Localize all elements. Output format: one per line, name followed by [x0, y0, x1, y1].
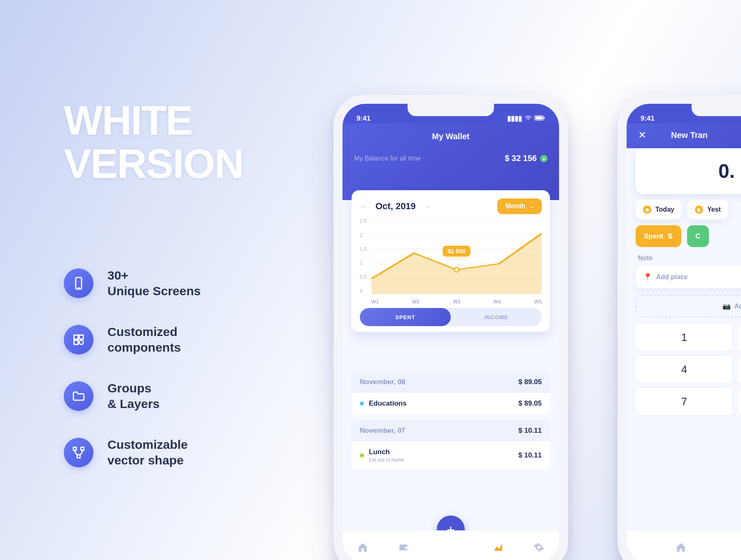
place-placeholder: Add place [656, 273, 687, 281]
key-1[interactable]: 1 [636, 323, 733, 351]
svg-rect-10 [536, 116, 543, 119]
phone-mockup-new-transaction: 9:41 ✕ New Tran 0. 0 ◉ Today ◐ Yest Spen… [618, 95, 741, 560]
screen-new-transaction: 9:41 ✕ New Tran 0. 0 ◉ Today ◐ Yest Spen… [627, 104, 741, 560]
chip-label: Yest [707, 206, 721, 213]
feature-layers: Groups & Layers [64, 380, 201, 411]
feature-line: components [107, 340, 181, 355]
amount-input-card[interactable]: 0. 0 [636, 148, 741, 194]
feature-line: Groups [107, 380, 160, 396]
feature-list: 30+ Unique Screens Customized components… [64, 268, 201, 468]
header: ✕ New Tran [627, 124, 741, 148]
spending-chart[interactable]: 2.5 2 1.5 1 0.5 0 $1 000 [360, 218, 542, 305]
camera-icon: 📷 [722, 302, 731, 310]
grid-icon [64, 325, 93, 355]
chip-yesterday[interactable]: ◐ Yest [687, 200, 728, 219]
svg-rect-3 [79, 335, 83, 339]
numeric-keypad: 1 2 4 5 7 8 [636, 323, 741, 415]
txn-name: Lunch [369, 448, 404, 456]
txn-amount: $ 10.11 [518, 451, 542, 460]
txn-day-total: $ 89.05 [518, 378, 542, 386]
chart-tooltip: $1 000 [443, 245, 471, 256]
svg-rect-7 [81, 447, 84, 450]
key-8[interactable]: 8 [737, 387, 741, 415]
balance-value: $ 32 156 ▲ [505, 154, 548, 163]
feature-text: 30+ Unique Screens [107, 268, 201, 299]
txn-group-header: November, 07 $ 10.11 [352, 420, 550, 441]
prev-month-button[interactable]: ← [360, 202, 368, 211]
category-dot-icon [360, 453, 364, 457]
key-4[interactable]: 4 [636, 355, 733, 383]
nav-wallet-icon[interactable] [396, 542, 411, 553]
spent-button[interactable]: Spent ⇅ [636, 225, 681, 247]
chip-today[interactable]: ◉ Today [636, 200, 682, 219]
trend-up-icon: ▲ [540, 155, 548, 162]
headline-line1: WHITE [64, 99, 243, 142]
svg-rect-6 [73, 447, 76, 450]
feature-screens: 30+ Unique Screens [64, 268, 201, 299]
category-dot-icon [360, 401, 364, 406]
note-label: Note [638, 254, 741, 262]
balance-row: My Balance for all time $ 32 156 ▲ [354, 154, 548, 163]
feature-components: Customized components [64, 324, 201, 355]
txn-group-header: November, 08 $ 89.05 [352, 371, 550, 393]
headline-line2: VERSION [64, 142, 243, 185]
nav-home-icon[interactable] [673, 542, 688, 553]
txn-row[interactable]: Lunch Eat out of home $ 10.11 [352, 441, 550, 469]
add-place-input[interactable]: 📍 Add place [636, 266, 741, 288]
chevron-down-icon: ⌄ [529, 203, 534, 209]
nav-stats-icon[interactable] [491, 542, 506, 553]
yesterday-icon: ◐ [695, 205, 703, 214]
svg-rect-4 [74, 340, 78, 344]
amount-value: 0. 0 [647, 160, 741, 182]
header: My Wallet My Balance for all time $ 32 1… [343, 124, 559, 200]
transactions-list: November, 08 $ 89.05 Educations $ 89.05 … [352, 371, 550, 475]
vector-icon [64, 438, 93, 467]
notch [692, 104, 741, 116]
tab-income[interactable]: INCOME [451, 308, 542, 326]
feature-text: Customized components [107, 324, 181, 355]
feature-line: vector shape [107, 453, 188, 468]
balance-label: My Balance for all time [354, 155, 421, 162]
period-row: ← Oct, 2019 → Month ⌄ [360, 198, 542, 214]
feature-text: Groups & Layers [107, 380, 160, 411]
svg-point-5 [79, 340, 83, 344]
key-2[interactable]: 2 [737, 323, 741, 351]
txn-day-total: $ 10.11 [518, 427, 542, 435]
next-month-button[interactable]: → [423, 202, 431, 211]
chip-label: Today [655, 206, 674, 213]
period-label: Oct, 2019 [375, 201, 416, 212]
location-pin-icon: 📍 [643, 273, 652, 282]
feature-text: Customizable vector shape [107, 437, 188, 468]
status-icons: ▮▮▮▮ [507, 114, 545, 123]
txn-amount: $ 89.05 [518, 399, 542, 408]
range-picker-button[interactable]: Month ⌄ [497, 198, 542, 214]
balance-amount: $ 32 156 [505, 154, 537, 163]
add-attachment-area[interactable]: 📷 Add [636, 295, 741, 317]
feature-line: & Layers [107, 396, 160, 412]
key-7[interactable]: 7 [636, 387, 733, 415]
feature-line: Customizable [107, 437, 188, 453]
txn-date: November, 07 [360, 427, 405, 435]
phone-mockup-wallet: 9:41 ▮▮▮▮ My Wallet My Balance for all t… [333, 95, 568, 560]
signal-icon: ▮▮▮▮ [507, 114, 522, 123]
nav-settings-icon[interactable] [531, 542, 546, 553]
chart-card: ← Oct, 2019 → Month ⌄ 2.5 2 1.5 1 0.5 0 [352, 190, 550, 332]
range-picker-label: Month [506, 203, 525, 210]
key-5[interactable]: 5 [737, 355, 741, 383]
feature-line: 30+ [107, 268, 201, 283]
tab-spent[interactable]: SPENT [360, 308, 451, 326]
txn-row[interactable]: Educations $ 89.05 [352, 393, 550, 414]
status-time: 9:41 [641, 114, 655, 123]
dashed-label: Add [734, 303, 741, 310]
nav-home-icon[interactable] [355, 542, 370, 553]
category-button[interactable]: C [687, 225, 708, 247]
today-icon: ◉ [643, 205, 651, 214]
txn-name: Educations [369, 399, 407, 408]
svg-rect-11 [543, 117, 545, 119]
chart-plot: $1 000 [371, 218, 542, 294]
spent-income-toggle[interactable]: SPENT INCOME [360, 308, 542, 326]
close-icon[interactable]: ✕ [638, 129, 646, 141]
status-time: 9:41 [357, 114, 370, 123]
chart-marker [454, 267, 459, 273]
headline: WHITE VERSION [64, 99, 243, 185]
